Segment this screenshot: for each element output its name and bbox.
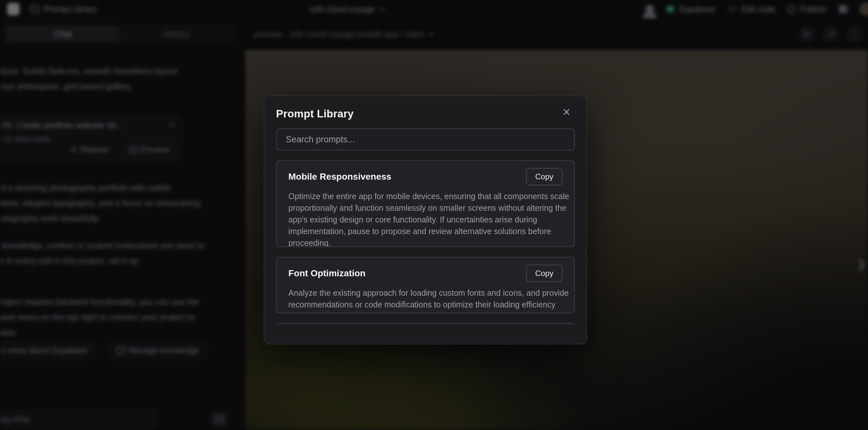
- copy-button[interactable]: Copy: [526, 168, 562, 185]
- prompt-description: Optimize the entire app for mobile devic…: [288, 190, 575, 247]
- prompt-card[interactable]: [276, 323, 575, 325]
- modal-title: Prompt Library: [276, 108, 353, 120]
- prompt-list: Mobile Responsiveness Copy Optimize the …: [276, 160, 575, 325]
- search-input[interactable]: [276, 128, 575, 151]
- close-icon[interactable]: ×: [563, 107, 570, 117]
- prompt-title: Font Optimization: [288, 268, 366, 279]
- copy-button[interactable]: Copy: [526, 265, 562, 282]
- prompt-card[interactable]: Mobile Responsiveness Copy Optimize the …: [276, 160, 575, 247]
- prompt-card[interactable]: Font Optimization Copy Analyze the exist…: [276, 257, 575, 313]
- app-window: Prompt Library urfe-cloud-voyage Supabas…: [0, 0, 868, 430]
- prompt-title: Mobile Responsiveness: [288, 172, 391, 182]
- prompt-library-modal: Prompt Library × Mobile Responsiveness C…: [264, 95, 587, 344]
- prompt-description: Analyze the existing approach for loadin…: [288, 287, 575, 310]
